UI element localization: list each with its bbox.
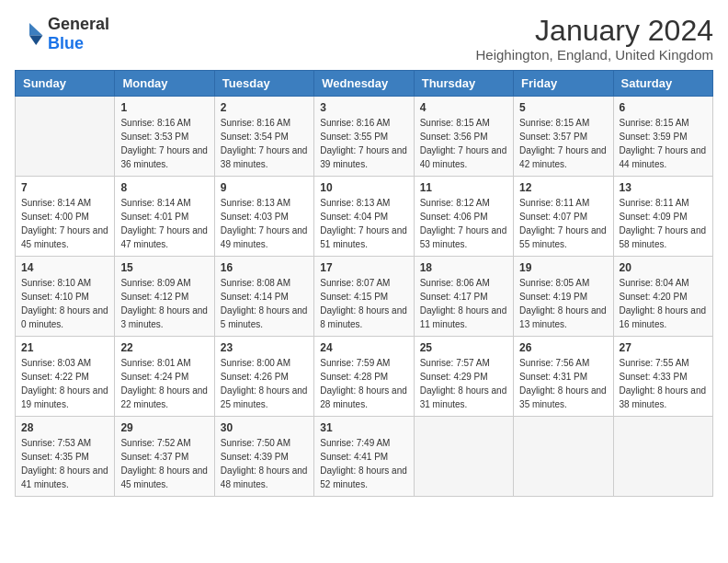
day-number: 2 bbox=[221, 101, 308, 114]
day-number: 26 bbox=[519, 341, 607, 354]
calendar-week-row: 7 Sunrise: 8:14 AMSunset: 4:00 PMDayligh… bbox=[16, 177, 713, 257]
weekday-header-thursday: Thursday bbox=[414, 71, 513, 97]
logo-text-general: General bbox=[48, 15, 109, 33]
day-info: Sunrise: 8:13 AMSunset: 4:04 PMDaylight:… bbox=[320, 196, 407, 251]
logo-text-blue: Blue bbox=[48, 34, 84, 52]
weekday-header-saturday: Saturday bbox=[613, 71, 712, 97]
day-info: Sunrise: 8:08 AMSunset: 4:14 PMDaylight:… bbox=[221, 276, 308, 331]
calendar-cell: 21 Sunrise: 8:03 AMSunset: 4:22 PMDaylig… bbox=[16, 337, 115, 417]
day-info: Sunrise: 7:59 AMSunset: 4:28 PMDaylight:… bbox=[320, 356, 407, 411]
page-header: General Blue January 2024 Heighington, E… bbox=[15, 15, 713, 63]
calendar-cell: 30 Sunrise: 7:50 AMSunset: 4:39 PMDaylig… bbox=[214, 417, 313, 497]
calendar-cell: 23 Sunrise: 8:00 AMSunset: 4:26 PMDaylig… bbox=[214, 337, 313, 417]
day-info: Sunrise: 7:49 AMSunset: 4:41 PMDaylight:… bbox=[320, 436, 407, 491]
day-number: 25 bbox=[420, 341, 507, 354]
calendar-cell: 28 Sunrise: 7:53 AMSunset: 4:35 PMDaylig… bbox=[16, 417, 115, 497]
day-number: 28 bbox=[21, 421, 108, 434]
day-number: 1 bbox=[120, 101, 208, 114]
day-number: 19 bbox=[519, 261, 607, 274]
day-number: 11 bbox=[420, 181, 507, 194]
day-info: Sunrise: 8:16 AMSunset: 3:54 PMDaylight:… bbox=[221, 116, 308, 171]
calendar-cell: 1 Sunrise: 8:16 AMSunset: 3:53 PMDayligh… bbox=[115, 97, 214, 177]
day-info: Sunrise: 8:01 AMSunset: 4:24 PMDaylight:… bbox=[120, 356, 208, 411]
calendar-cell: 6 Sunrise: 8:15 AMSunset: 3:59 PMDayligh… bbox=[613, 97, 712, 177]
calendar-cell: 16 Sunrise: 8:08 AMSunset: 4:14 PMDaylig… bbox=[214, 257, 313, 337]
day-info: Sunrise: 8:14 AMSunset: 4:01 PMDaylight:… bbox=[120, 196, 208, 251]
weekday-header-tuesday: Tuesday bbox=[214, 71, 313, 97]
day-info: Sunrise: 8:13 AMSunset: 4:03 PMDaylight:… bbox=[221, 196, 308, 251]
calendar-cell: 22 Sunrise: 8:01 AMSunset: 4:24 PMDaylig… bbox=[115, 337, 214, 417]
calendar-cell: 8 Sunrise: 8:14 AMSunset: 4:01 PMDayligh… bbox=[115, 177, 214, 257]
day-number: 8 bbox=[120, 181, 208, 194]
calendar-cell: 14 Sunrise: 8:10 AMSunset: 4:10 PMDaylig… bbox=[16, 257, 115, 337]
calendar-cell: 7 Sunrise: 8:14 AMSunset: 4:00 PMDayligh… bbox=[16, 177, 115, 257]
calendar-table: SundayMondayTuesdayWednesdayThursdayFrid… bbox=[15, 70, 713, 497]
day-number: 4 bbox=[420, 101, 507, 114]
calendar-cell: 5 Sunrise: 8:15 AMSunset: 3:57 PMDayligh… bbox=[514, 97, 613, 177]
weekday-header-row: SundayMondayTuesdayWednesdayThursdayFrid… bbox=[16, 71, 713, 97]
day-info: Sunrise: 7:52 AMSunset: 4:37 PMDaylight:… bbox=[120, 436, 208, 491]
day-number: 30 bbox=[221, 421, 308, 434]
calendar-week-row: 28 Sunrise: 7:53 AMSunset: 4:35 PMDaylig… bbox=[16, 417, 713, 497]
day-number: 5 bbox=[519, 101, 607, 114]
day-info: Sunrise: 8:11 AMSunset: 4:07 PMDaylight:… bbox=[519, 196, 607, 251]
day-info: Sunrise: 8:15 AMSunset: 3:56 PMDaylight:… bbox=[420, 116, 507, 171]
day-info: Sunrise: 8:16 AMSunset: 3:53 PMDaylight:… bbox=[120, 116, 208, 171]
calendar-cell bbox=[613, 417, 712, 497]
logo: General Blue bbox=[15, 15, 109, 53]
calendar-cell: 18 Sunrise: 8:06 AMSunset: 4:17 PMDaylig… bbox=[414, 257, 513, 337]
calendar-week-row: 14 Sunrise: 8:10 AMSunset: 4:10 PMDaylig… bbox=[16, 257, 713, 337]
day-number: 3 bbox=[320, 101, 407, 114]
calendar-cell bbox=[514, 417, 613, 497]
day-info: Sunrise: 7:57 AMSunset: 4:29 PMDaylight:… bbox=[420, 356, 507, 411]
day-info: Sunrise: 7:55 AMSunset: 4:33 PMDaylight:… bbox=[620, 356, 707, 411]
svg-marker-1 bbox=[29, 36, 42, 45]
day-number: 22 bbox=[120, 341, 208, 354]
day-info: Sunrise: 8:16 AMSunset: 3:55 PMDaylight:… bbox=[320, 116, 407, 171]
calendar-cell: 13 Sunrise: 8:11 AMSunset: 4:09 PMDaylig… bbox=[613, 177, 712, 257]
calendar-cell: 3 Sunrise: 8:16 AMSunset: 3:55 PMDayligh… bbox=[314, 97, 414, 177]
day-info: Sunrise: 7:50 AMSunset: 4:39 PMDaylight:… bbox=[221, 436, 308, 491]
day-info: Sunrise: 8:03 AMSunset: 4:22 PMDaylight:… bbox=[21, 356, 108, 411]
weekday-header-wednesday: Wednesday bbox=[314, 71, 414, 97]
day-number: 21 bbox=[21, 341, 108, 354]
calendar-cell bbox=[414, 417, 513, 497]
day-number: 9 bbox=[221, 181, 308, 194]
day-info: Sunrise: 8:04 AMSunset: 4:20 PMDaylight:… bbox=[620, 276, 707, 331]
day-info: Sunrise: 8:12 AMSunset: 4:06 PMDaylight:… bbox=[420, 196, 507, 251]
day-number: 20 bbox=[620, 261, 707, 274]
day-number: 31 bbox=[320, 421, 407, 434]
calendar-cell: 29 Sunrise: 7:52 AMSunset: 4:37 PMDaylig… bbox=[115, 417, 214, 497]
day-info: Sunrise: 8:09 AMSunset: 4:12 PMDaylight:… bbox=[120, 276, 208, 331]
page-title: January 2024 bbox=[475, 15, 713, 47]
day-info: Sunrise: 8:15 AMSunset: 3:59 PMDaylight:… bbox=[620, 116, 707, 171]
day-info: Sunrise: 7:56 AMSunset: 4:31 PMDaylight:… bbox=[519, 356, 607, 411]
calendar-cell: 4 Sunrise: 8:15 AMSunset: 3:56 PMDayligh… bbox=[414, 97, 513, 177]
day-number: 29 bbox=[120, 421, 208, 434]
calendar-cell: 25 Sunrise: 7:57 AMSunset: 4:29 PMDaylig… bbox=[414, 337, 513, 417]
day-number: 10 bbox=[320, 181, 407, 194]
calendar-cell: 24 Sunrise: 7:59 AMSunset: 4:28 PMDaylig… bbox=[314, 337, 414, 417]
day-info: Sunrise: 8:15 AMSunset: 3:57 PMDaylight:… bbox=[519, 116, 607, 171]
calendar-cell: 10 Sunrise: 8:13 AMSunset: 4:04 PMDaylig… bbox=[314, 177, 414, 257]
calendar-cell: 17 Sunrise: 8:07 AMSunset: 4:15 PMDaylig… bbox=[314, 257, 414, 337]
title-block: January 2024 Heighington, England, Unite… bbox=[475, 15, 713, 63]
calendar-cell: 31 Sunrise: 7:49 AMSunset: 4:41 PMDaylig… bbox=[314, 417, 414, 497]
day-number: 13 bbox=[620, 181, 707, 194]
svg-marker-0 bbox=[29, 23, 42, 36]
day-number: 6 bbox=[620, 101, 707, 114]
weekday-header-friday: Friday bbox=[514, 71, 613, 97]
calendar-cell: 15 Sunrise: 8:09 AMSunset: 4:12 PMDaylig… bbox=[115, 257, 214, 337]
day-info: Sunrise: 8:06 AMSunset: 4:17 PMDaylight:… bbox=[420, 276, 507, 331]
calendar-cell: 11 Sunrise: 8:12 AMSunset: 4:06 PMDaylig… bbox=[414, 177, 513, 257]
day-info: Sunrise: 8:07 AMSunset: 4:15 PMDaylight:… bbox=[320, 276, 407, 331]
calendar-cell: 2 Sunrise: 8:16 AMSunset: 3:54 PMDayligh… bbox=[214, 97, 313, 177]
day-info: Sunrise: 8:05 AMSunset: 4:19 PMDaylight:… bbox=[519, 276, 607, 331]
day-number: 7 bbox=[21, 181, 108, 194]
day-number: 14 bbox=[21, 261, 108, 274]
calendar-week-row: 1 Sunrise: 8:16 AMSunset: 3:53 PMDayligh… bbox=[16, 97, 713, 177]
day-number: 17 bbox=[320, 261, 407, 274]
day-number: 24 bbox=[320, 341, 407, 354]
day-info: Sunrise: 8:00 AMSunset: 4:26 PMDaylight:… bbox=[221, 356, 308, 411]
day-number: 12 bbox=[519, 181, 607, 194]
